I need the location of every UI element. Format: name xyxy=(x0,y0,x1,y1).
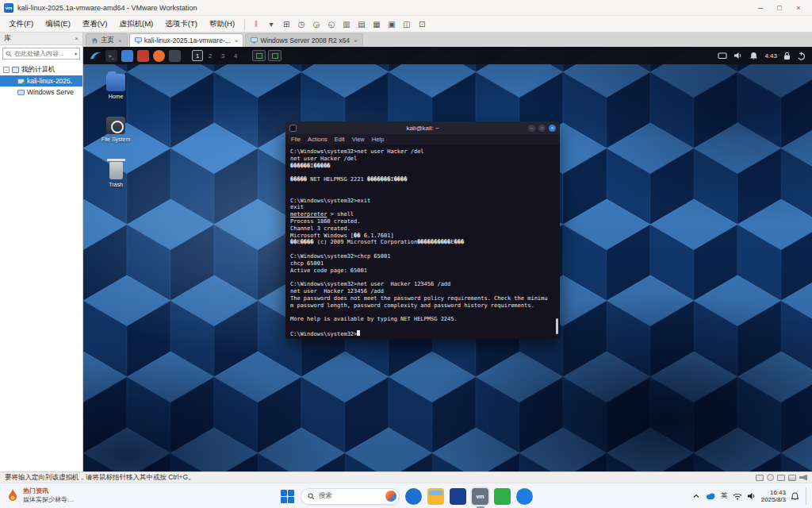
notifications-icon[interactable] xyxy=(791,492,799,501)
workspace-2[interactable]: 2 xyxy=(205,50,216,61)
desktop-icon-home[interactable]: Home xyxy=(94,74,137,99)
vmware-logo-icon: vm xyxy=(4,3,13,13)
vm-display[interactable]: >_ 1234 4:43 xyxy=(83,47,812,471)
lock-icon[interactable] xyxy=(783,52,791,60)
vmware-statusbar: 要将输入定向到该虚拟机，请将鼠标指针移入其中或按 Ctrl+G。 xyxy=(0,471,812,483)
desktop-icon-trash[interactable]: Trash xyxy=(94,160,137,187)
tab-close-icon[interactable]: × xyxy=(354,37,358,44)
vm-icon xyxy=(17,79,25,84)
search-icon xyxy=(308,493,315,500)
close-button[interactable]: × xyxy=(789,2,808,14)
taskbar-search[interactable]: 搜索 xyxy=(301,488,400,505)
vm-clock[interactable]: 4:43 xyxy=(764,52,777,60)
tab-kali-vm[interactable]: kali-linux-2025.1a-vmware-... × xyxy=(129,33,244,47)
fullscreen-button[interactable]: ▣ xyxy=(385,17,399,31)
power-options-caret[interactable]: ▾ xyxy=(264,17,278,31)
tab-close-icon[interactable]: × xyxy=(118,37,122,44)
menu-item[interactable]: 查看(V) xyxy=(77,17,113,31)
file-explorer-icon[interactable] xyxy=(427,488,444,505)
start-button[interactable] xyxy=(279,488,295,504)
workspace-4[interactable]: 4 xyxy=(230,50,241,61)
home-tab-icon xyxy=(91,37,98,44)
show-library-button[interactable]: ▥ xyxy=(339,17,354,31)
terminal-titlebar[interactable]: kali@kali: ~ − □ × xyxy=(285,121,560,134)
library-close-icon[interactable]: × xyxy=(75,35,79,42)
usb-icon[interactable] xyxy=(788,475,796,481)
terminal-body[interactable]: C:\Windows\system32>net user Hacker /del… xyxy=(285,144,560,339)
hard-disk-icon[interactable] xyxy=(756,475,764,481)
file-manager-icon[interactable] xyxy=(121,50,133,62)
panel-tray: 4:43 xyxy=(718,52,806,60)
sidebar-item-windows-server-vm[interactable]: Windows Serve xyxy=(0,87,82,98)
text-editor-icon[interactable] xyxy=(137,50,149,62)
volume-icon[interactable] xyxy=(747,492,756,500)
terminal-menu-item[interactable]: Help xyxy=(372,136,384,143)
workspace-1[interactable]: 1 xyxy=(192,50,203,61)
snapshot-manager-button[interactable]: ◵ xyxy=(324,17,339,31)
maximize-button[interactable]: □ xyxy=(770,2,789,14)
terminal-maximize-button[interactable]: □ xyxy=(538,125,546,132)
display-icon[interactable] xyxy=(718,52,727,60)
ctrl-alt-del-button[interactable]: ⊞ xyxy=(279,17,293,31)
desktop-icon-image xyxy=(106,74,125,91)
onedrive-icon[interactable] xyxy=(705,492,716,500)
terminal-menu-item[interactable]: Edit xyxy=(335,136,345,143)
cd-rom-icon[interactable] xyxy=(767,474,774,481)
wechat-icon[interactable] xyxy=(494,488,511,505)
console-view-button[interactable]: ▦ xyxy=(370,17,384,31)
vmware-icon[interactable]: vm xyxy=(472,488,488,505)
capture-screen-button[interactable]: ⊡ xyxy=(415,17,429,31)
menu-item[interactable]: 选项卡(T) xyxy=(159,17,203,31)
panel-window-button[interactable] xyxy=(252,50,266,61)
workspace-3[interactable]: 3 xyxy=(217,50,228,61)
hidden-icons-chevron[interactable] xyxy=(692,493,700,499)
tree-expander-icon[interactable]: − xyxy=(3,67,10,73)
menu-item[interactable]: 编辑(E) xyxy=(40,17,76,31)
tree-node-my-computer[interactable]: − 我的计算机 xyxy=(0,64,82,75)
tab-home[interactable]: 主页 × xyxy=(86,33,128,47)
menu-item[interactable]: 文件(F) xyxy=(3,17,39,31)
kali-menu-icon[interactable] xyxy=(90,51,102,61)
library-search-input[interactable] xyxy=(14,50,72,57)
panel-window-button[interactable] xyxy=(268,50,282,61)
store-icon[interactable] xyxy=(450,488,466,505)
news-widget[interactable]: 热门资讯 媒体实探少林寺… xyxy=(6,487,74,504)
tab-close-icon[interactable]: × xyxy=(235,37,239,44)
clock[interactable]: 16:43 2025/8/3 xyxy=(761,489,786,504)
terminal-launcher-icon[interactable]: >_ xyxy=(105,50,117,62)
terminal-menu-item[interactable]: File xyxy=(291,136,301,143)
sidebar-item-kali-vm[interactable]: kali-linux-2025. xyxy=(0,75,82,87)
desktop-icon-file-system[interactable]: File System xyxy=(94,117,137,142)
network-adapter-icon[interactable] xyxy=(777,475,785,481)
revert-snapshot-button[interactable]: ◶ xyxy=(309,17,324,31)
sound-icon[interactable] xyxy=(799,475,807,481)
screenshot-tool-icon[interactable] xyxy=(169,50,181,62)
terminal-menu-item[interactable]: Actions xyxy=(308,136,327,143)
search-caret-icon[interactable]: ▾ xyxy=(75,51,77,56)
firefox-icon[interactable] xyxy=(153,50,165,62)
thumbnail-bar-button[interactable]: ▤ xyxy=(354,17,369,31)
notifications-icon[interactable] xyxy=(749,52,758,60)
library-title: 库 xyxy=(4,33,11,44)
tab-label: kali-linux-2025.1a-vmware-... xyxy=(144,37,231,44)
unity-button[interactable]: ◫ xyxy=(400,17,414,31)
terminal-scrollbar[interactable] xyxy=(556,318,558,334)
edge-icon[interactable] xyxy=(405,488,422,505)
take-snapshot-button[interactable]: ◷ xyxy=(294,17,308,31)
terminal-menu-item[interactable]: View xyxy=(352,136,365,143)
volume-icon[interactable] xyxy=(733,52,743,60)
menu-item[interactable]: 帮助(H) xyxy=(204,17,240,31)
wifi-icon[interactable] xyxy=(733,493,742,500)
show-desktop-strip[interactable] xyxy=(806,487,807,505)
input-method-indicator[interactable]: 英 xyxy=(721,491,728,501)
terminal-line xyxy=(290,169,555,176)
terminal-close-button[interactable]: × xyxy=(549,125,556,132)
tab-windows-server-vm[interactable]: Windows Server 2008 R2 x64 × xyxy=(245,33,362,47)
menu-item[interactable]: 虚拟机(M) xyxy=(113,17,159,31)
power-icon[interactable] xyxy=(797,52,806,60)
qq-icon[interactable] xyxy=(516,488,533,505)
terminal-minimize-button[interactable]: − xyxy=(528,125,535,132)
minimize-button[interactable]: ─ xyxy=(751,2,770,14)
power-button[interactable]: ‖ xyxy=(249,17,263,31)
terminal-menubar: FileActionsEditViewHelp xyxy=(285,134,560,144)
